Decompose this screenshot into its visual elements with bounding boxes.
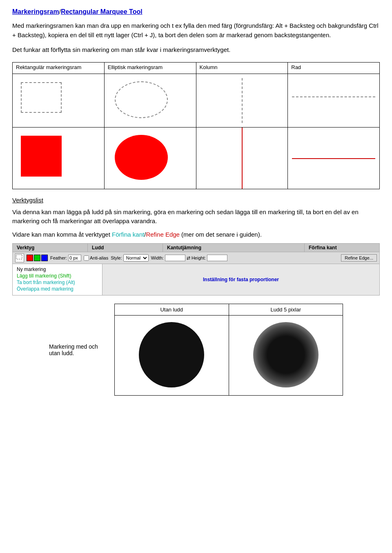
feather-control: Feather:: [50, 255, 81, 261]
width-control: Width: ⇄ Height:: [151, 255, 227, 261]
ludd-col1-cell: [115, 316, 229, 396]
color-boxes: [27, 255, 48, 261]
toolbar-header-forfinakant: Förfina kant: [305, 244, 379, 252]
toolbar-bottom: Ny markering Lägg till markering (Shift)…: [13, 264, 379, 295]
dashed-rectangle: [21, 82, 62, 113]
height-label: Height:: [192, 255, 206, 260]
ludd-row: Markering med och utan ludd. Utan ludd L…: [49, 304, 343, 396]
grid-cell-ellipse-top: [105, 74, 196, 127]
marquee-tool-svg: [16, 254, 23, 262]
style-label: Style:: [111, 255, 122, 260]
svg-rect-0: [16, 255, 22, 259]
toolbar-header: Verktyg Ludd Kantutjämning Förfina kant: [13, 244, 379, 252]
style-control: Style: Normal: [111, 254, 149, 262]
anti-alias-checkbox[interactable]: [84, 255, 89, 261]
refine-edge-link-en[interactable]: Refine Edge: [146, 231, 180, 238]
refine-edge-button-container: Refine Edge...: [341, 254, 377, 262]
dashed-ellipse: [115, 81, 168, 118]
red-ellipse: [115, 135, 168, 180]
style-select[interactable]: Normal: [123, 254, 149, 262]
grid-cell-rect-top: [13, 74, 104, 127]
ludd-col2-header: Ludd 5 pixlar: [229, 304, 343, 316]
height-input[interactable]: [207, 255, 227, 261]
menu-item-ny[interactable]: Ny markering: [17, 266, 98, 272]
red-color-box: [27, 255, 33, 261]
title-link-swedish[interactable]: Markeringsram: [12, 8, 59, 15]
grid-cell-column-top: [196, 74, 288, 127]
arrow-icon: ⇄: [187, 255, 190, 261]
menu-item-overlappa[interactable]: Överlappa med markering: [17, 286, 98, 292]
ludd-side-text: Markering med och utan ludd.: [49, 343, 110, 356]
grid-header-rect: Rektangulär markeringsram: [13, 63, 104, 74]
blue-color-box: [41, 255, 48, 261]
proportions-label: Inställning för fasta proportioner: [203, 277, 279, 282]
grid-cell-row-top: [288, 74, 379, 127]
toolbar-controls: Feather: Anti-alias Style: Normal Width:…: [13, 252, 379, 264]
ludd-comparison-table: Utan ludd Ludd 5 pixlar: [114, 304, 343, 396]
move-paragraph: Det funkar att förflytta sin markering o…: [12, 45, 380, 55]
toolbar-header-verktyg: Verktyg: [13, 244, 88, 252]
proportions-text: Inställning för fasta proportioner: [102, 264, 379, 295]
ludd-img-table: Utan ludd Ludd 5 pixlar: [114, 304, 343, 396]
menu-item-lagg[interactable]: Lägg till markering (Shift): [17, 273, 98, 279]
refine-edge-link-text-cyan: Förfina kant: [112, 231, 144, 238]
toolbar-menu: Ny markering Lägg till markering (Shift)…: [13, 264, 102, 295]
refine-edge-link[interactable]: Förfina kant: [112, 231, 144, 238]
verktygslist-text2: Vidare kan man komma åt verktyget Förfin…: [12, 230, 380, 240]
ludd-col1-header: Utan ludd: [115, 304, 229, 316]
red-horizontal-line: [292, 158, 375, 159]
grid-header-column: Kolumn: [196, 63, 288, 74]
toolbar-container: Verktyg Ludd Kantutjämning Förfina kant …: [12, 243, 380, 296]
feather-label: Feather:: [50, 255, 67, 260]
grid-cell-column-bottom: [196, 128, 288, 189]
verktygslist-text2-suffix: (mer om det senare i guiden).: [180, 231, 262, 238]
toolbar-header-ludd: Ludd: [88, 244, 163, 252]
feather-input[interactable]: [68, 255, 81, 261]
marquee-grid: Rektangulär markeringsram Elliptisk mark…: [12, 62, 380, 189]
sharp-circle: [139, 322, 204, 387]
width-label: Width:: [151, 255, 164, 260]
grid-cell-ellipse-bottom: [105, 128, 196, 189]
grid-header-row: Rad: [288, 63, 379, 74]
red-vertical-line: [242, 128, 243, 189]
ludd-col2-cell: [229, 316, 343, 396]
blur-circle: [253, 322, 318, 387]
anti-alias-control: Anti-alias: [84, 255, 108, 261]
ludd-section: Markering med och utan ludd. Utan ludd L…: [49, 304, 343, 396]
grid-header-ellipse: Elliptisk markeringsram: [105, 63, 196, 74]
tool-icon[interactable]: [15, 253, 24, 262]
refine-edge-button[interactable]: Refine Edge...: [341, 254, 377, 262]
title-link-english[interactable]: Rectangular Marquee Tool: [61, 8, 143, 15]
page-title: Markeringsram/Rectangular Marquee Tool: [12, 8, 380, 16]
refine-edge-link-text-red: Refine Edge: [146, 231, 180, 238]
width-input[interactable]: [165, 255, 185, 261]
red-rectangle: [21, 136, 62, 177]
toolbar-header-kantutjamning: Kantutjämning: [163, 244, 305, 252]
dashed-horizontal-line: [292, 96, 375, 97]
grid-cell-rect-bottom: [13, 128, 104, 189]
green-color-box: [34, 255, 40, 261]
grid-cell-row-bottom: [288, 128, 379, 189]
intro-paragraph: Med markeringsramen kan man dra upp en m…: [12, 21, 380, 40]
verktygslist-title: Verktygslist: [12, 197, 380, 204]
anti-alias-label: Anti-alias: [90, 255, 108, 260]
verktygslist-text1: Via denna kan man lägga på ludd på sin m…: [12, 208, 380, 226]
dashed-vertical-line: [242, 78, 243, 123]
verktygslist-text2-prefix: Vidare kan man komma åt verktyget: [12, 231, 112, 238]
ludd-label: Markering med och utan ludd.: [49, 304, 114, 396]
menu-item-tabort[interactable]: Ta bort från markering (Alt): [17, 280, 98, 285]
